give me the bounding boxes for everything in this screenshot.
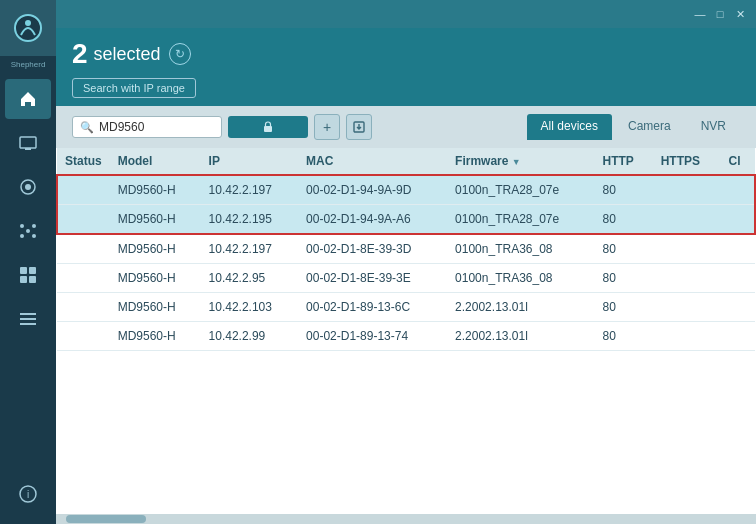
cell-firmware: 2.2002.13.01l [447,293,594,322]
table-row[interactable]: MD9560-H10.42.2.19700-02-D1-94-9A-9D0100… [57,175,755,205]
search-input[interactable] [99,120,199,134]
tab-nvr[interactable]: NVR [687,114,740,140]
svg-rect-11 [20,267,27,274]
col-model: Model [110,148,201,175]
svg-point-10 [32,234,36,238]
sidebar-item-list[interactable] [5,299,51,339]
cell-http: 80 [595,205,653,235]
svg-rect-2 [20,137,36,148]
cell-firmware: 0100n_TRA28_07e [447,175,594,205]
cell-http: 80 [595,264,653,293]
cell-status [57,234,110,264]
cell-ip: 10.42.2.197 [201,175,298,205]
firmware-sort-icon: ▼ [512,157,521,167]
scrollbar-thumb[interactable] [66,515,146,523]
cell-https [653,322,721,351]
tab-camera[interactable]: Camera [614,114,685,140]
refresh-button[interactable]: ↻ [169,43,191,65]
col-ip: IP [201,148,298,175]
svg-point-6 [26,229,30,233]
tabs-container: All devices Camera NVR [527,114,740,140]
svg-text:i: i [27,489,29,500]
table-row[interactable]: MD9560-H10.42.2.9900-02-D1-89-13-742.200… [57,322,755,351]
svg-rect-13 [20,276,27,283]
table-body: MD9560-H10.42.2.19700-02-D1-94-9A-9D0100… [57,175,755,351]
cell-status [57,205,110,235]
svg-point-8 [32,224,36,228]
search-box: 🔍 [72,116,222,138]
search-icon: 🔍 [80,121,94,134]
header: 2 selected ↻ Search with IP range [56,28,756,106]
cell-http: 80 [595,234,653,264]
cell-ip: 10.42.2.197 [201,234,298,264]
svg-point-5 [25,184,31,190]
horizontal-scrollbar[interactable] [56,514,756,524]
svg-rect-12 [29,267,36,274]
sidebar-item-grid[interactable] [5,255,51,295]
titlebar: — □ ✕ [56,0,756,28]
app-logo [0,0,56,56]
minimize-button[interactable]: — [692,6,708,22]
sidebar-item-info[interactable]: i [5,474,51,514]
svg-point-1 [25,20,31,26]
selected-label: selected [94,44,161,65]
export-button[interactable] [346,114,372,140]
table-row[interactable]: MD9560-H10.42.2.9500-02-D1-8E-39-3E0100n… [57,264,755,293]
cell-http: 80 [595,293,653,322]
cell-model: MD9560-H [110,293,201,322]
cell-firmware: 0100n_TRA36_08 [447,234,594,264]
sidebar: Shepherd i [0,0,56,524]
svg-rect-3 [25,148,31,150]
cell-status [57,264,110,293]
cell-ip: 10.42.2.95 [201,264,298,293]
sidebar-item-home[interactable] [5,79,51,119]
cell-mac: 00-02-D1-89-13-6C [298,293,447,322]
cell-cl [721,264,755,293]
search-range-button[interactable]: Search with IP range [72,78,196,98]
cell-status [57,322,110,351]
cell-firmware: 0100n_TRA28_07e [447,205,594,235]
svg-rect-20 [264,126,272,132]
sidebar-item-monitor[interactable] [5,123,51,163]
cell-cl [721,322,755,351]
cell-mac: 00-02-D1-8E-39-3D [298,234,447,264]
svg-point-9 [20,234,24,238]
cell-cl [721,175,755,205]
close-button[interactable]: ✕ [732,6,748,22]
cell-model: MD9560-H [110,322,201,351]
selected-count: 2 [72,38,88,70]
col-status: Status [57,148,110,175]
lock-button[interactable] [228,116,308,138]
col-firmware[interactable]: Firmware ▼ [447,148,594,175]
maximize-button[interactable]: □ [712,6,728,22]
search-row: 🔍 + All devices Camera NVR [56,106,756,148]
device-table: Status Model IP MAC Firmware ▼ HTTP HTTP… [56,148,756,351]
svg-rect-14 [29,276,36,283]
table-row[interactable]: MD9560-H10.42.2.19700-02-D1-8E-39-3D0100… [57,234,755,264]
col-http: HTTP [595,148,653,175]
table-row[interactable]: MD9560-H10.42.2.19500-02-D1-94-9A-A60100… [57,205,755,235]
col-https: HTTPS [653,148,721,175]
col-cl: Cl [721,148,755,175]
cell-ip: 10.42.2.195 [201,205,298,235]
add-button[interactable]: + [314,114,340,140]
sidebar-item-devices[interactable] [5,211,51,251]
cell-mac: 00-02-D1-89-13-74 [298,322,447,351]
cell-ip: 10.42.2.103 [201,293,298,322]
cell-mac: 00-02-D1-8E-39-3E [298,264,447,293]
svg-rect-15 [20,313,36,315]
cell-https [653,205,721,235]
cell-status [57,293,110,322]
cell-mac: 00-02-D1-94-9A-9D [298,175,447,205]
cell-http: 80 [595,322,653,351]
cell-mac: 00-02-D1-94-9A-A6 [298,205,447,235]
tab-all-devices[interactable]: All devices [527,114,612,140]
sidebar-item-camera[interactable] [5,167,51,207]
app-name: Shepherd [11,60,46,69]
cell-firmware: 0100n_TRA36_08 [447,264,594,293]
cell-http: 80 [595,175,653,205]
col-mac: MAC [298,148,447,175]
cell-https [653,175,721,205]
table-row[interactable]: MD9560-H10.42.2.10300-02-D1-89-13-6C2.20… [57,293,755,322]
cell-https [653,234,721,264]
